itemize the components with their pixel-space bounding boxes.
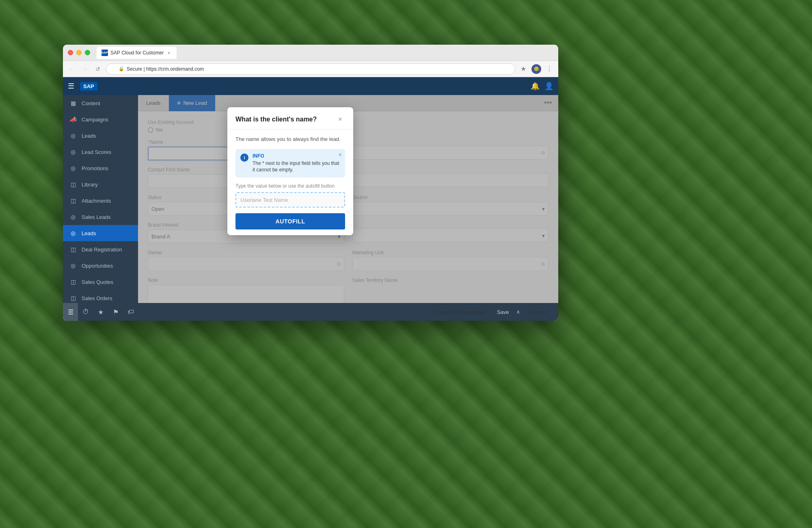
browser-tab[interactable]: SAP SAP Cloud for Customer × xyxy=(97,47,177,59)
tab-close-button[interactable]: × xyxy=(166,50,172,56)
bottom-tag-button[interactable]: 🏷 xyxy=(123,303,138,321)
browser-menu-button[interactable]: ⋮ xyxy=(544,64,554,74)
autofill-button[interactable]: AUTOFILL xyxy=(235,213,345,229)
sidebar-label-leads-active: Leads xyxy=(82,230,96,236)
bookmark-button[interactable]: ★ xyxy=(518,64,528,74)
leads-top-icon: ◎ xyxy=(69,132,77,139)
guide-dialog: What is the client's name? × The name al… xyxy=(227,107,353,235)
forward-button[interactable]: → xyxy=(80,64,90,74)
save-chevron-button[interactable]: ∧ xyxy=(514,307,523,317)
url-text: Secure | https://crm.ondemand.com xyxy=(127,66,204,72)
sidebar-item-deal-registration[interactable]: ◫ Deal Registration xyxy=(63,241,138,258)
list-icon: ☰ xyxy=(68,308,73,316)
tab-area: SAP SAP Cloud for Customer × xyxy=(97,47,177,59)
sidebar: ▦ Content 📣 Campaigns ◎ Leads ◎ Lead Sco… xyxy=(63,95,138,303)
bottom-actions: Check for Duplicates Save ∧ Cancel xyxy=(430,307,558,318)
sidebar-item-sales-orders[interactable]: ◫ Sales Orders xyxy=(63,290,138,303)
minimize-button[interactable] xyxy=(76,50,82,55)
sidebar-item-lead-scores[interactable]: ◎ Lead Scores xyxy=(63,144,138,160)
attachments-icon: ◫ xyxy=(69,197,77,204)
browser-window: SAP SAP Cloud for Customer × ← → ↺ 🔒 Sec… xyxy=(63,45,558,321)
autofill-placeholder-text: Userlane Test Name xyxy=(240,197,288,203)
user-avatar[interactable]: 👤 xyxy=(544,82,553,91)
sidebar-label-sales-leads: Sales Leads xyxy=(82,214,111,220)
autofill-hint: Type the value below or use the autofill… xyxy=(235,183,345,189)
bottom-star-button[interactable]: ★ xyxy=(93,303,108,321)
maximize-button[interactable] xyxy=(85,50,90,55)
info-text: The * next to the input field tells you … xyxy=(253,160,340,174)
sidebar-item-campaigns[interactable]: 📣 Campaigns xyxy=(63,111,138,128)
guide-close-button[interactable]: × xyxy=(335,115,345,124)
address-bar: ← → ↺ 🔒 Secure | https://crm.ondemand.co… xyxy=(63,61,558,77)
sidebar-label-deal-registration: Deal Registration xyxy=(82,247,122,253)
notification-icon[interactable]: 🔔 xyxy=(531,82,540,91)
guide-description: The name allows you to always find the l… xyxy=(235,135,345,143)
secure-icon: 🔒 xyxy=(119,66,124,71)
sap-logo: SAP xyxy=(80,82,97,91)
tab-title: SAP Cloud for Customer xyxy=(110,50,164,56)
sidebar-label-content: Content xyxy=(82,100,100,106)
save-group: Save ∧ xyxy=(492,307,523,318)
sidebar-item-leads-top[interactable]: ◎ Leads xyxy=(63,128,138,144)
opportunities-icon: ◎ xyxy=(69,262,77,269)
sidebar-item-promotions[interactable]: ◎ Promotions xyxy=(63,160,138,176)
flag-icon: ⚑ xyxy=(113,308,119,316)
campaigns-icon: 📣 xyxy=(69,116,77,123)
autofill-name-input[interactable]: Userlane Test Name xyxy=(235,192,345,208)
sidebar-label-sales-orders: Sales Orders xyxy=(82,295,112,301)
deal-registration-icon: ◫ xyxy=(69,246,77,253)
save-button[interactable]: Save xyxy=(492,307,514,318)
cancel-button[interactable]: Cancel xyxy=(524,307,552,318)
sidebar-item-leads-active[interactable]: ◎ Leads xyxy=(63,225,138,241)
sidebar-item-sales-leads[interactable]: ◎ Sales Leads xyxy=(63,209,138,225)
sidebar-item-attachments[interactable]: ◫ Attachments xyxy=(63,193,138,209)
close-button[interactable] xyxy=(68,50,73,55)
sidebar-item-sales-quotes[interactable]: ◫ Sales Quotes xyxy=(63,274,138,290)
sidebar-label-leads-top: Leads xyxy=(82,133,96,139)
sidebar-label-lead-scores: Lead Scores xyxy=(82,149,111,155)
user-profile-button[interactable]: 😊 xyxy=(531,64,541,74)
info-title: INFO xyxy=(253,153,340,159)
sidebar-label-campaigns: Campaigns xyxy=(82,117,108,123)
bottom-nav-icons: ☰ ⏱ ★ ⚑ 🏷 xyxy=(63,303,138,321)
content-icon: ▦ xyxy=(69,100,77,107)
sidebar-label-promotions: Promotions xyxy=(82,165,108,171)
guide-body: The name allows you to always find the l… xyxy=(227,130,353,235)
bottom-clock-button[interactable]: ⏱ xyxy=(78,303,93,321)
library-icon: ◫ xyxy=(69,181,77,188)
tab-favicon: SAP xyxy=(102,50,108,56)
topbar-icons: 🔔 👤 xyxy=(531,82,553,91)
bottom-flag-button[interactable]: ⚑ xyxy=(108,303,123,321)
sidebar-item-library[interactable]: ◫ Library xyxy=(63,176,138,193)
app-content: ☰ SAP 🔔 👤 ▦ Content 📣 Campaigns ◎ Leads xyxy=(63,77,558,321)
sales-orders-icon: ◫ xyxy=(69,294,77,302)
info-box: i INFO The * next to the input field tel… xyxy=(235,149,345,178)
info-close-button[interactable]: × xyxy=(339,151,342,158)
reload-button[interactable]: ↺ xyxy=(93,64,103,74)
sidebar-item-opportunities[interactable]: ◎ Opportunities xyxy=(63,258,138,274)
info-icon: i xyxy=(240,154,248,162)
tag-icon: 🏷 xyxy=(127,308,134,316)
info-content: INFO The * next to the input field tells… xyxy=(253,153,340,174)
promotions-icon: ◎ xyxy=(69,164,77,172)
sales-leads-icon: ◎ xyxy=(69,213,77,221)
guide-title: What is the client's name? xyxy=(235,116,317,123)
star-icon: ★ xyxy=(98,308,104,316)
url-bar[interactable]: 🔒 Secure | https://crm.ondemand.com xyxy=(106,63,515,75)
sap-topbar: ☰ SAP 🔔 👤 xyxy=(63,77,558,95)
leads-active-icon: ◎ xyxy=(69,229,77,237)
check-duplicates-button[interactable]: Check for Duplicates xyxy=(430,307,490,318)
main-content: Leads ⊕ New Lead ••• Use Existing Accoun… xyxy=(138,95,558,303)
hamburger-menu-button[interactable]: ☰ xyxy=(68,82,74,91)
clock-icon: ⏱ xyxy=(82,308,89,316)
lead-scores-icon: ◎ xyxy=(69,148,77,156)
sidebar-label-sales-quotes: Sales Quotes xyxy=(82,279,113,285)
guide-header: What is the client's name? × xyxy=(227,107,353,130)
sales-quotes-icon: ◫ xyxy=(69,278,77,286)
back-button[interactable]: ← xyxy=(67,64,77,74)
sidebar-label-opportunities: Opportunities xyxy=(82,263,113,269)
sidebar-item-content[interactable]: ▦ Content xyxy=(63,95,138,111)
title-bar: SAP SAP Cloud for Customer × xyxy=(63,45,558,61)
bottom-list-button[interactable]: ☰ xyxy=(63,303,78,321)
sidebar-label-library: Library xyxy=(82,182,98,188)
